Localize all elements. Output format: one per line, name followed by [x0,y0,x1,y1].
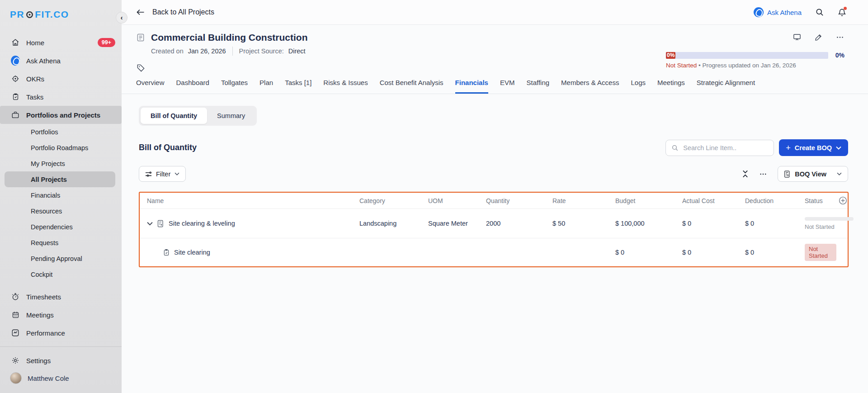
sidebar-nav: Home 99+ Ask Athena OKRs Tasks Portfolio… [0,33,122,342]
chevron-down-icon [837,172,842,175]
subtab-bill-of-quantity[interactable]: Bill of Quantity [141,108,207,124]
sidebar-subitem-label: Portfolios [31,128,58,136]
tab-dashboard[interactable]: Dashboard [176,79,209,94]
profit-co-logo[interactable]: PR FIT.CO [0,0,122,26]
sidebar-collapse-button[interactable]: ‹ [116,12,127,24]
search-icon [671,144,679,152]
table-more-options-icon[interactable] [759,170,768,178]
tag-icon[interactable] [137,64,666,72]
tab-logs[interactable]: Logs [631,79,646,94]
add-column-icon[interactable] [836,196,849,205]
main-area: Back to All Projects Ask Athena Commerci… [122,0,868,393]
boq-view-button[interactable]: BOQ View [778,166,848,182]
tab-risks-issues[interactable]: Risks & Issues [323,79,368,94]
tasks-clipboard-icon [11,93,20,101]
cell-budget: $ 100,000 [608,220,675,227]
tab-tollgates[interactable]: Tollgates [221,79,248,94]
boq-item-name[interactable]: Site clearing & leveling [169,220,235,227]
sidebar-subitem-pending-approval[interactable]: Pending Approval [5,251,115,266]
sidebar-item-performance[interactable]: Performance [0,324,122,342]
table-row-boq-item[interactable]: Site clearing & leveling Landscaping Squ… [140,209,848,238]
tags-row [136,64,666,72]
cell-status: Not Started [797,217,836,230]
project-progress-panel: 0% 0% Not Started • Progress updated on … [666,32,844,72]
sidebar-item-label: Portfolios and Projects [26,111,100,119]
sidebar-subitem-all-projects[interactable]: All Projects [5,171,115,187]
ask-athena-link[interactable]: Ask Athena [754,7,802,17]
boq-document-icon [784,170,791,178]
sidebar-item-label: OKRs [26,75,44,83]
tab-financials[interactable]: Financials [455,79,488,94]
row-status-text: Not Started [805,223,836,230]
cell-rate: $ 50 [545,220,608,227]
create-boq-button[interactable]: + Create BOQ [779,139,848,156]
sidebar-item-meetings[interactable]: Meetings [0,306,122,324]
created-on-date: Jan 26, 2026 [188,47,226,55]
back-to-all-projects-link[interactable]: Back to All Projects [136,8,214,16]
user-avatar [10,372,22,384]
sidebar-item-timesheets[interactable]: Timesheets [0,288,122,306]
tab-strategic-alignment[interactable]: Strategic Alignment [697,79,755,94]
tab-tasks[interactable]: Tasks [1] [285,79,311,94]
sidebar-subitem-financials[interactable]: Financials [5,187,115,203]
sidebar-item-label: Home [26,39,44,47]
filter-label: Filter [156,170,170,178]
target-logo-icon [25,10,34,19]
okr-target-icon [11,75,20,83]
tab-staffing[interactable]: Staffing [526,79,549,94]
progress-chip: 0% [666,52,675,59]
expand-chevron-icon[interactable] [147,222,153,226]
tab-cost-benefit-analysis[interactable]: Cost Benefit Analysis [380,79,443,94]
back-link-label: Back to All Projects [152,8,214,16]
cell-actual-cost: $ 0 [675,249,738,256]
tab-meetings[interactable]: Meetings [657,79,685,94]
sidebar-subitem-label: All Projects [31,176,67,183]
notification-dot [844,7,847,10]
user-profile[interactable]: Matthew Cole [0,369,122,389]
table-header-row: Name Category UOM Quantity Rate Budget A… [140,193,848,209]
notifications-bell-icon[interactable] [838,8,846,17]
tab-overview[interactable]: Overview [136,79,165,94]
project-title: Commercial Building Construction [151,32,308,43]
tab-plan[interactable]: Plan [259,79,273,94]
sidebar-subitem-requests[interactable]: Requests [5,235,115,251]
search-line-item-input[interactable] [683,144,768,152]
sidebar-item-tasks[interactable]: Tasks [0,88,122,106]
collapse-rows-icon[interactable] [742,170,749,178]
tab-members-access[interactable]: Members & Access [561,79,619,94]
sidebar-item-okrs[interactable]: OKRs [0,70,122,88]
presentation-icon[interactable] [793,33,802,42]
user-name: Matthew Cole [28,374,69,382]
project-source-label: Project Source: [239,47,284,55]
cell-category: Landscaping [352,220,421,227]
performance-chart-icon [11,329,20,337]
sidebar-item-label: Timesheets [26,293,61,301]
column-header-rate: Rate [545,197,608,204]
more-options-icon[interactable] [835,33,844,42]
sidebar: PR FIT.CO ‹ Home 99+ Ask Athena OKRs Tas… [0,0,122,393]
sidebar-subitem-resources[interactable]: Resources [5,203,115,219]
sidebar-item-home[interactable]: Home 99+ [0,33,122,52]
sidebar-subitem-my-projects[interactable]: My Projects [5,156,115,171]
sidebar-subitem-portfolio-roadmaps[interactable]: Portfolio Roadmaps [5,140,115,156]
project-source-value: Direct [288,47,306,55]
column-header-quantity: Quantity [479,197,545,204]
sidebar-subitem-portfolios[interactable]: Portfolios [5,124,115,140]
sidebar-item-ask-athena[interactable]: Ask Athena [0,52,122,70]
sidebar-item-settings[interactable]: Settings [0,351,122,369]
search-icon[interactable] [815,8,824,17]
tab-evm[interactable]: EVM [500,79,515,94]
task-clipboard-icon [163,249,170,256]
subtab-summary[interactable]: Summary [207,108,255,124]
sidebar-subitem-cockpit[interactable]: Cockpit [5,266,115,282]
table-row-task-item[interactable]: Site clearing $ 0 $ 0 $ 0 Not Started [140,238,848,266]
column-header-category: Category [352,197,421,204]
task-item-name[interactable]: Site clearing [174,249,210,256]
project-header: Commercial Building Construction Created… [122,25,868,72]
column-header-name: Name [140,197,352,204]
boq-table: Name Category UOM Quantity Rate Budget A… [139,192,849,267]
sidebar-item-portfolios-and-projects[interactable]: Portfolios and Projects [0,106,122,124]
filter-button[interactable]: Filter [139,166,186,182]
sidebar-subitem-dependencies[interactable]: Dependencies [5,219,115,235]
edit-pencil-icon[interactable] [814,33,823,42]
